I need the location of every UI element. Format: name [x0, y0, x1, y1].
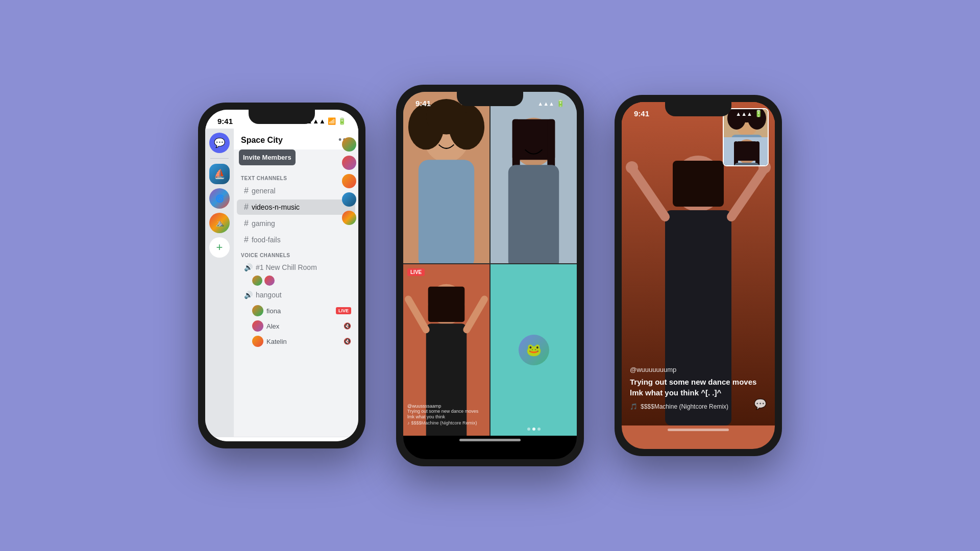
- chill-avatar-1: [252, 276, 262, 286]
- phone-2: 9:41 ▲▲▲ 🔋: [396, 85, 584, 466]
- pip-video-bottom: [724, 137, 768, 165]
- r-avatar-5: [342, 211, 356, 225]
- video-username: @wuussssaamp: [407, 404, 485, 409]
- time-3: 9:41: [634, 109, 649, 118]
- server-name: Space City: [241, 136, 283, 145]
- live-caption: Trying out some new dance moves lmk what…: [630, 377, 767, 398]
- video-cell-1: [403, 92, 489, 263]
- svg-rect-14: [428, 287, 465, 322]
- avatar-fiona: [252, 305, 263, 316]
- live-music: 🎵 $$$$Machine (Nightcore Remix): [630, 403, 767, 410]
- music-icon: 🎵: [630, 403, 638, 410]
- time-2: 9:41: [415, 99, 431, 108]
- voice-hangout[interactable]: 🔊 hangout: [237, 288, 355, 302]
- dm-icon[interactable]: 💬: [209, 133, 230, 153]
- channel-food-fails[interactable]: # food-fails: [237, 232, 355, 247]
- dot-1: [527, 428, 530, 431]
- live-badge-fiona: LIVE: [336, 307, 351, 314]
- voice-user-fiona[interactable]: fiona LIVE: [234, 303, 358, 318]
- hash-icon-gaming: #: [244, 219, 249, 228]
- frog-icon: 🐸: [526, 343, 542, 357]
- speaker-icon-hangout: 🔊: [244, 291, 253, 299]
- phone1-content: 💬 ⛵ 🌀 ⛰️ +: [205, 129, 358, 437]
- live-badge: LIVE: [407, 268, 425, 276]
- battery-icon-2: 🔋: [556, 99, 565, 107]
- add-server-button[interactable]: +: [209, 237, 230, 258]
- phone-2-screen: 9:41 ▲▲▲ 🔋: [403, 92, 577, 459]
- status-bar-2: 9:41 ▲▲▲ 🔋: [403, 92, 577, 111]
- hangout-name: hangout: [256, 291, 282, 299]
- r-avatar-3: [342, 174, 356, 188]
- server-icon-boat[interactable]: ⛵: [209, 164, 230, 184]
- username-fiona: fiona: [266, 307, 281, 315]
- dots-indicator: [527, 428, 541, 431]
- voice-chill-room[interactable]: 🔊 #1 New Chill Room: [237, 260, 355, 274]
- voice-user-katelin[interactable]: Katelin 🔇: [234, 334, 358, 349]
- voice-channels-label: VOICE CHANNELS: [234, 248, 358, 260]
- battery-icon-3: 🔋: [754, 110, 763, 117]
- avatar-alex: [252, 320, 263, 332]
- svg-rect-21: [673, 161, 724, 207]
- notch-1: [249, 110, 315, 124]
- home-indicator-3: [668, 429, 729, 431]
- status-icons-3: ▲▲▲ 🔋: [736, 110, 763, 117]
- r-avatar-2: [342, 156, 356, 170]
- speaker-icon-chill: 🔊: [244, 263, 253, 271]
- wifi-icon: 📶: [328, 117, 336, 125]
- channel-general[interactable]: # general: [237, 183, 355, 198]
- status-bar-3: 9:41 ▲▲▲ 🔋: [622, 102, 775, 121]
- channel-gaming[interactable]: # gaming: [237, 216, 355, 231]
- channel-ff-name: food-fails: [252, 236, 281, 244]
- right-avatars: [340, 133, 358, 229]
- phone-3-screen: 9:41 ▲▲▲ 🔋: [622, 102, 775, 449]
- home-indicator-2: [459, 439, 521, 441]
- chat-icon[interactable]: 💬: [754, 398, 767, 410]
- channel-gaming-name: gaming: [252, 219, 275, 228]
- server-sidebar: 💬 ⛵ 🌀 ⛰️ +: [205, 129, 234, 437]
- avatar-katelin: [252, 336, 263, 347]
- video-bottom-text: @wuussssaamp Trying out some new dance m…: [407, 404, 485, 425]
- video-cell-2: [491, 92, 577, 263]
- chill-avatar-2: [264, 276, 275, 286]
- hash-icon-ff: #: [244, 235, 249, 244]
- channel-videos-n-music[interactable]: # videos-n-music: [237, 199, 355, 215]
- bottom-nav: ⚙️ 📞 🔍 @ 👤: [205, 437, 358, 441]
- discord-avatar: 🐸: [519, 335, 549, 365]
- r-avatar-1: [342, 137, 356, 152]
- svg-rect-35: [737, 141, 757, 161]
- plus-icon: +: [216, 241, 223, 254]
- hash-icon-vnm: #: [244, 203, 249, 212]
- invite-members-button[interactable]: Invite Members: [239, 149, 296, 165]
- r-avatar-4: [342, 192, 356, 207]
- mute-icon-alex: 🔇: [344, 322, 351, 330]
- svg-rect-5: [419, 160, 474, 263]
- live-full-screen: @wuuuuuuump Trying out some new dance mo…: [622, 102, 775, 425]
- svg-rect-37: [755, 141, 760, 165]
- live-content-text: @wuuuuuuump Trying out some new dance mo…: [630, 366, 767, 410]
- music-note-icon: ♪: [407, 420, 410, 425]
- chill-room-name: #1 New Chill Room: [256, 263, 317, 271]
- boat-icon: ⛵: [214, 168, 225, 180]
- time-1: 9:41: [217, 117, 233, 126]
- svg-point-25: [626, 161, 638, 173]
- mountain-icon: ⛰️: [215, 219, 224, 227]
- battery-icon: 🔋: [338, 117, 346, 125]
- chill-room-avatars: [234, 276, 358, 286]
- dot-3: [537, 428, 541, 431]
- username-katelin: Katelin: [266, 338, 287, 345]
- phone-3: 9:41 ▲▲▲ 🔋: [615, 95, 782, 456]
- status-icons-2: ▲▲▲ 🔋: [537, 99, 565, 107]
- dm-chat-icon: 💬: [214, 137, 225, 148]
- channel-general-name: general: [252, 187, 276, 195]
- hash-icon-general: #: [244, 186, 249, 195]
- video-caption: Trying out some new dance moves lmk what…: [407, 409, 485, 420]
- server-icon-circle[interactable]: 🌀: [209, 188, 230, 209]
- video-cell-3: LIVE @wuussssaamp: [403, 264, 489, 436]
- mute-icon-katelin: 🔇: [344, 338, 351, 345]
- server-icon-mountain[interactable]: ⛰️: [209, 213, 230, 233]
- voice-user-alex[interactable]: Alex 🔇: [234, 318, 358, 334]
- live-username: @wuuuuuuump: [630, 366, 767, 373]
- dot-2-active: [532, 428, 535, 431]
- phone-1: 9:41 ▲▲▲ 📶 🔋 💬 ⛵: [198, 103, 365, 448]
- circle-icon: 🌀: [215, 194, 224, 203]
